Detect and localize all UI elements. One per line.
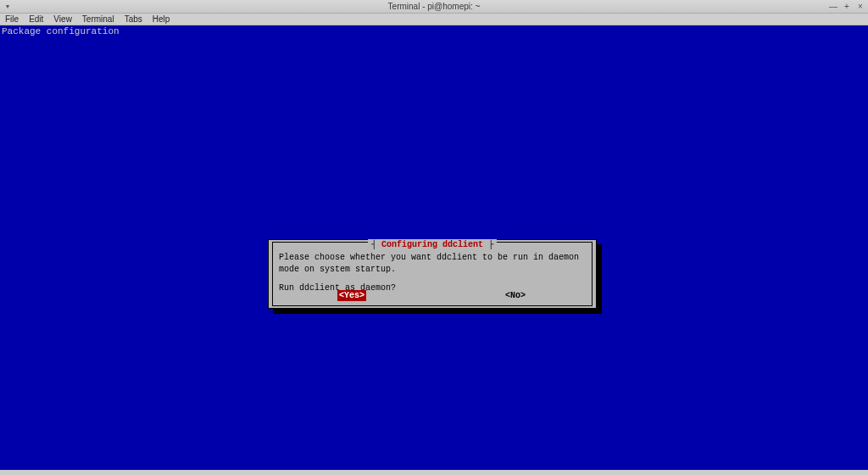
config-dialog: Configuring ddclient Please choose wheth…	[268, 239, 597, 309]
window-title: Terminal - pi@homepi: ~	[388, 2, 481, 11]
menu-help[interactable]: Help	[153, 14, 170, 24]
dialog-body: Please choose whether you want ddclient …	[279, 252, 586, 294]
window-bottom-border	[0, 470, 868, 475]
terminal-viewport[interactable]: Package configuration Configuring ddclie…	[0, 25, 868, 470]
menubar: File Edit View Terminal Tabs Help	[0, 14, 868, 25]
menu-view[interactable]: View	[53, 14, 72, 24]
menu-edit[interactable]: Edit	[29, 14, 43, 24]
dialog-button-row: <Yes> <No>	[269, 290, 596, 301]
yes-button[interactable]: <Yes>	[337, 290, 366, 301]
minimize-button[interactable]: —	[829, 2, 837, 11]
window-titlebar: ▾ Terminal - pi@homepi: ~ — + ×	[0, 0, 868, 14]
menu-file[interactable]: File	[5, 14, 19, 24]
dialog-title: Configuring ddclient	[368, 239, 497, 250]
menu-tabs[interactable]: Tabs	[125, 14, 142, 24]
window-controls: — + ×	[829, 0, 865, 13]
app-menu-icon[interactable]: ▾	[3, 3, 12, 11]
package-config-header: Package configuration	[2, 26, 120, 37]
maximize-button[interactable]: +	[843, 2, 851, 11]
menu-terminal[interactable]: Terminal	[82, 14, 114, 24]
dialog-message: Please choose whether you want ddclient …	[279, 252, 586, 276]
no-button[interactable]: <No>	[504, 290, 527, 301]
close-button[interactable]: ×	[856, 2, 865, 11]
